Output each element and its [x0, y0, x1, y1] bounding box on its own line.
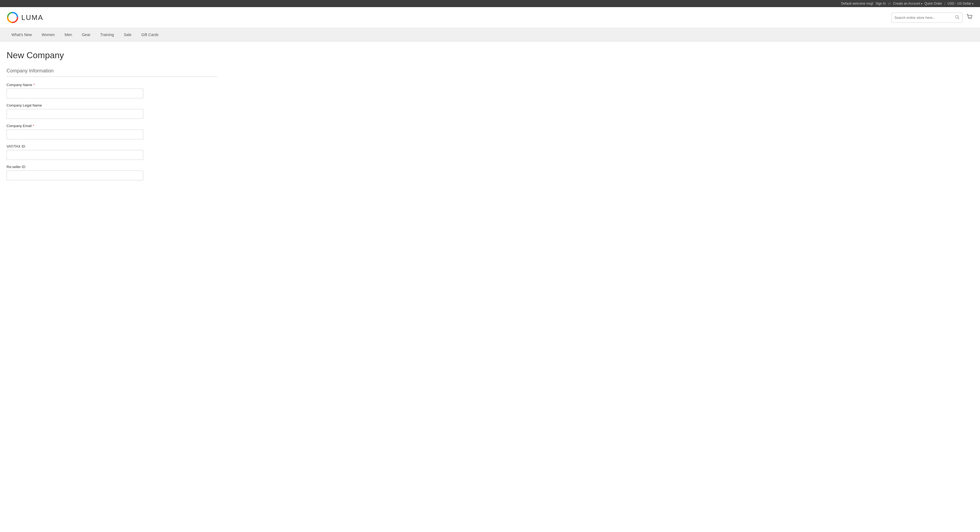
cart-icon [966, 13, 974, 21]
label-vat-tax-id: VAT/TAX ID [6, 144, 218, 148]
nav-item-women[interactable]: Women [37, 28, 60, 41]
currency-separator: | [945, 2, 945, 5]
input-reseller-id[interactable] [6, 170, 143, 180]
welcome-message: Default welcome msg! [841, 2, 873, 5]
search-input[interactable] [892, 13, 952, 22]
label-reseller-id: Re-seller ID [6, 165, 218, 169]
page-title: New Company [6, 50, 218, 60]
header: LUMA [0, 7, 980, 28]
nav-item-sale[interactable]: Sale [119, 28, 137, 41]
search-button[interactable] [952, 13, 962, 22]
required-marker: * [33, 83, 35, 87]
svg-line-1 [958, 18, 959, 19]
main-content: New Company Company Information Company … [0, 41, 224, 194]
input-company-email[interactable] [6, 130, 143, 139]
svg-point-3 [971, 18, 972, 19]
currency-wrapper[interactable]: USD - US Dollar ▾ [947, 2, 974, 5]
required-marker-email: * [33, 124, 34, 128]
signin-link[interactable]: Sign In [875, 2, 886, 5]
currency-label: USD - US Dollar [947, 2, 971, 5]
nav-item-men[interactable]: Men [60, 28, 77, 41]
header-right [891, 13, 974, 23]
currency-chevron-icon: ▾ [972, 2, 974, 5]
or-separator: or [888, 2, 891, 5]
nav-item-training[interactable]: Training [95, 28, 119, 41]
form-group-company-legal-name: Company Legal Name [6, 103, 218, 119]
cart-button[interactable] [966, 13, 974, 22]
search-icon [955, 15, 959, 19]
svg-point-2 [969, 18, 970, 19]
logo-text: LUMA [21, 13, 43, 22]
logo-icon [6, 11, 19, 24]
input-company-legal-name[interactable] [6, 109, 143, 119]
section-title: Company Information [6, 68, 218, 77]
top-bar: Default welcome msg! Sign In or Create a… [0, 0, 980, 7]
create-account-wrapper[interactable]: Create an Account ▾ [893, 2, 922, 5]
main-nav: What's New Women Men Gear Training Sale … [0, 28, 980, 41]
input-vat-tax-id[interactable] [6, 150, 143, 160]
label-company-name: Company Name* [6, 83, 218, 87]
label-company-legal-name: Company Legal Name [6, 103, 218, 107]
logo[interactable]: LUMA [6, 11, 43, 24]
nav-item-whats-new[interactable]: What's New [6, 28, 37, 41]
form-group-reseller-id: Re-seller ID [6, 165, 218, 180]
create-account-link[interactable]: Create an Account [893, 2, 920, 5]
nav-item-gear[interactable]: Gear [77, 28, 95, 41]
form-group-company-name: Company Name* [6, 83, 218, 98]
input-company-name[interactable] [6, 89, 143, 98]
form-group-vat-tax-id: VAT/TAX ID [6, 144, 218, 160]
quick-order-link[interactable]: Quick Order [924, 2, 942, 5]
form-group-company-email: Company Email* [6, 124, 218, 139]
search-box [891, 13, 963, 23]
label-company-email: Company Email* [6, 124, 218, 128]
chevron-down-icon: ▾ [921, 2, 922, 5]
nav-item-gift-cards[interactable]: Gift Cards [137, 28, 164, 41]
